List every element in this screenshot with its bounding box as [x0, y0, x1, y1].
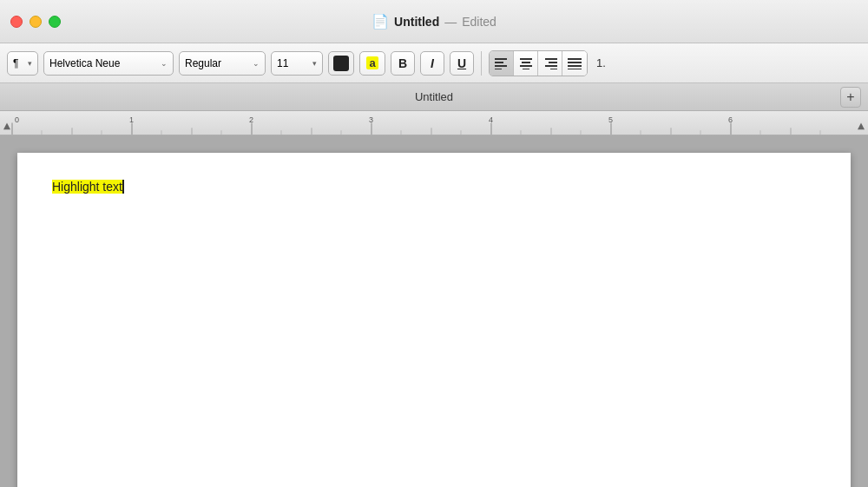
title-edited: Edited [462, 15, 496, 29]
document-area[interactable]: Highlight text [0, 135, 868, 487]
traffic-lights [10, 16, 61, 28]
font-family-select[interactable]: Helvetica Neue ⌄ [43, 51, 174, 76]
svg-text:1: 1 [129, 115, 134, 124]
svg-rect-8 [545, 58, 557, 60]
svg-rect-6 [520, 65, 532, 67]
font-family-label: Helvetica Neue [49, 57, 120, 69]
align-right-button[interactable] [538, 51, 562, 76]
align-center-button[interactable] [514, 51, 538, 76]
highlighted-text: Highlight text [52, 180, 122, 194]
underline-label: U [457, 56, 466, 70]
line-spacing-label: 1. [596, 56, 606, 69]
underline-button[interactable]: U [450, 51, 474, 76]
document-icon: 📄 [372, 13, 389, 30]
font-family-arrow: ⌄ [161, 59, 168, 68]
add-page-icon: + [846, 89, 854, 105]
minimize-button[interactable] [30, 16, 42, 28]
doc-name-bar-title: Untitled [415, 90, 453, 103]
title-separator: — [444, 15, 457, 29]
para-style-arrow: ▾ [28, 59, 32, 68]
font-style-label: Regular [185, 57, 221, 69]
font-style-arrow: ⌄ [253, 59, 260, 68]
align-center-icon [519, 57, 533, 69]
close-button[interactable] [10, 16, 23, 28]
highlight-a-label: a [366, 56, 378, 69]
add-page-button[interactable]: + [840, 87, 861, 108]
font-size-arrow: ▾ [312, 59, 317, 68]
document-content[interactable]: Highlight text [17, 153, 851, 487]
svg-rect-12 [568, 58, 582, 60]
svg-text:6: 6 [728, 115, 733, 124]
font-size-select[interactable]: 11 ▾ [271, 51, 323, 76]
svg-text:5: 5 [608, 115, 613, 124]
svg-rect-10 [545, 65, 557, 67]
document-paragraph: Highlight text [52, 179, 816, 194]
svg-rect-1 [495, 62, 503, 63]
align-left-button[interactable] [490, 51, 514, 76]
svg-rect-15 [568, 69, 582, 69]
left-indent-marker [3, 123, 10, 130]
paragraph-style-select[interactable]: ¶ ▾ [7, 51, 38, 76]
svg-text:4: 4 [489, 115, 493, 124]
align-justify-icon [568, 57, 582, 69]
svg-rect-7 [523, 69, 529, 69]
svg-rect-3 [495, 69, 502, 69]
title-bar: 📄 Untitled — Edited [0, 0, 868, 43]
ruler: 0 1 2 3 4 5 6 [0, 111, 868, 135]
doc-name-bar: Untitled + [0, 83, 868, 111]
color-black-swatch [333, 56, 349, 71]
bold-button[interactable]: B [391, 51, 415, 76]
svg-rect-5 [522, 62, 530, 63]
svg-text:3: 3 [369, 115, 373, 124]
svg-rect-11 [550, 69, 557, 69]
ruler-svg: 0 1 2 3 4 5 6 [0, 111, 868, 135]
svg-text:0: 0 [15, 115, 19, 124]
highlight-color-button[interactable]: a [359, 51, 385, 76]
toolbar-divider [481, 51, 482, 76]
alignment-group [489, 50, 588, 76]
text-cursor [122, 180, 124, 194]
align-left-icon [495, 57, 509, 69]
right-indent-marker [858, 123, 865, 130]
svg-rect-0 [495, 58, 507, 60]
text-color-button[interactable] [328, 51, 354, 76]
svg-rect-4 [520, 58, 532, 60]
svg-text:2: 2 [249, 115, 253, 124]
svg-rect-14 [568, 65, 582, 67]
align-right-icon [543, 57, 557, 69]
window-title: 📄 Untitled — Edited [372, 13, 496, 30]
italic-button[interactable]: I [420, 51, 444, 76]
title-name: Untitled [394, 15, 439, 29]
maximize-button[interactable] [49, 16, 61, 28]
font-size-label: 11 [277, 57, 288, 69]
align-justify-button[interactable] [562, 51, 587, 76]
font-style-select[interactable]: Regular ⌄ [179, 51, 266, 76]
svg-rect-13 [568, 62, 582, 63]
svg-rect-2 [495, 65, 507, 67]
italic-label: I [431, 56, 434, 70]
bold-label: B [398, 56, 407, 70]
toolbar: ¶ ▾ Helvetica Neue ⌄ Regular ⌄ 11 ▾ a B … [0, 43, 868, 83]
svg-rect-9 [549, 62, 557, 63]
para-style-label: ¶ [13, 57, 18, 69]
